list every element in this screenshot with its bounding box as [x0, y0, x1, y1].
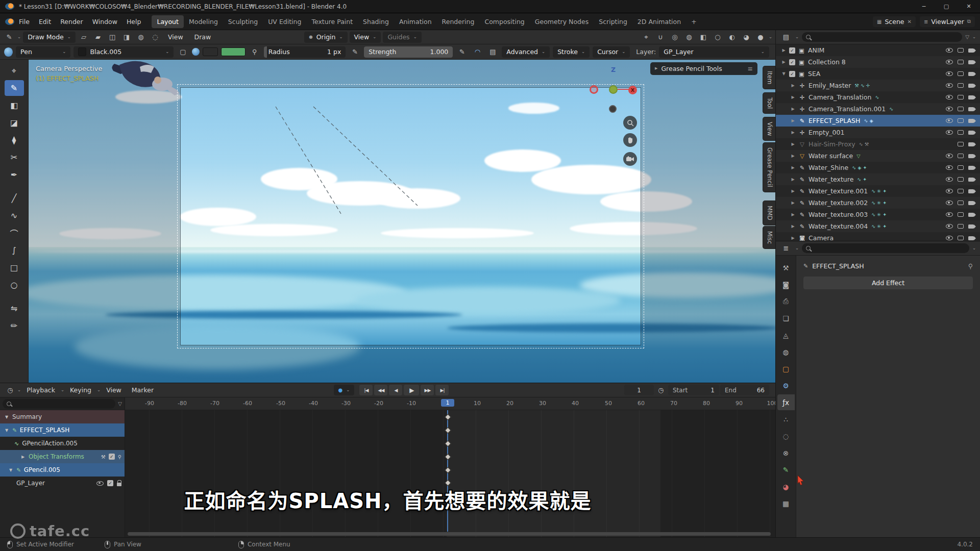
- editor-type-chevron-icon[interactable]: ⌄: [17, 35, 21, 39]
- curve-tool[interactable]: ∫: [5, 242, 24, 258]
- tab-scripting[interactable]: Scripting: [594, 15, 632, 28]
- circle-tool[interactable]: ○: [5, 277, 24, 293]
- current-frame-field[interactable]: 1: [624, 385, 654, 395]
- expand-arrow-icon[interactable]: ▼: [8, 468, 13, 472]
- layer-dropdown[interactable]: GP_Layer ⌄: [659, 46, 769, 58]
- outliner-row-object[interactable]: ▶ ▽ Water surface ▽: [776, 150, 980, 162]
- properties-search-input[interactable]: [802, 243, 969, 253]
- cutter-tool[interactable]: ✂: [5, 149, 24, 165]
- render-camera-icon[interactable]: [968, 236, 974, 240]
- panel-expand-icon[interactable]: ▶: [655, 67, 657, 70]
- camera-view-gizmo[interactable]: [623, 152, 637, 166]
- xray-icon[interactable]: ◧: [697, 32, 709, 43]
- eye-icon[interactable]: [946, 201, 953, 205]
- menu-playback[interactable]: Playback: [22, 386, 60, 394]
- screen-icon[interactable]: [958, 71, 964, 76]
- channel-gpencil-data[interactable]: ▼ ✎ GPencil.005: [0, 463, 125, 477]
- shading-rendered-icon[interactable]: ●: [754, 32, 767, 43]
- gizmo-x-handle[interactable]: X: [628, 86, 637, 94]
- render-camera-icon[interactable]: [968, 142, 974, 146]
- advanced-dropdown[interactable]: Advanced ⌄: [502, 46, 550, 58]
- channel-object[interactable]: ▼ ✎ EFFECT_SPLASH: [0, 423, 125, 437]
- fill-tool[interactable]: ◧: [5, 97, 24, 113]
- shading-material-icon[interactable]: ◕: [740, 32, 752, 43]
- render-camera-icon[interactable]: [968, 166, 974, 170]
- mode-dropdown[interactable]: Draw Mode ⌄: [23, 32, 76, 43]
- expand-arrow-icon[interactable]: ▶: [790, 118, 796, 123]
- jump-to-start-button[interactable]: |◀: [359, 385, 373, 395]
- render-camera-icon[interactable]: [968, 95, 974, 99]
- tab-rendering[interactable]: Rendering: [437, 15, 480, 28]
- pin-icon[interactable]: ⚲: [249, 46, 261, 58]
- maximize-button[interactable]: ▢: [935, 0, 958, 13]
- screen-icon[interactable]: [958, 154, 964, 158]
- menu-view-timeline[interactable]: View: [102, 386, 126, 394]
- strength-slider[interactable]: Strength 1.000: [364, 46, 453, 58]
- tab-object[interactable]: ▢: [777, 361, 795, 377]
- expand-arrow-icon[interactable]: ▶: [790, 224, 796, 229]
- expand-arrow-icon[interactable]: ▶: [790, 142, 796, 146]
- timeline-editor-icon[interactable]: ◷: [4, 385, 16, 396]
- expand-arrow-icon[interactable]: ▶: [781, 60, 787, 64]
- outliner-item-label[interactable]: Water_texture.001: [808, 187, 868, 195]
- properties-editor-icon[interactable]: ≣: [780, 243, 792, 254]
- shading-wireframe-icon[interactable]: ○: [712, 32, 724, 43]
- tab-world[interactable]: ◍: [777, 344, 795, 360]
- tab-output[interactable]: ⎙: [777, 293, 795, 309]
- start-frame-field[interactable]: Start 1: [668, 385, 719, 395]
- chevron-down-icon[interactable]: ⌄: [972, 35, 976, 39]
- render-camera-icon[interactable]: [968, 84, 974, 88]
- close-button[interactable]: ✕: [958, 0, 980, 13]
- brush-dropdown[interactable]: Pen ⌄: [16, 46, 70, 58]
- guides-dropdown[interactable]: Guides ⌄: [383, 32, 421, 43]
- eye-icon[interactable]: [946, 154, 953, 158]
- add-workspace-button[interactable]: +: [686, 15, 701, 28]
- filter-icon[interactable]: ▽: [965, 34, 969, 40]
- material-dropdown[interactable]: Black.005 ⌄: [74, 46, 174, 58]
- render-camera-icon[interactable]: [968, 119, 974, 123]
- expand-arrow-icon[interactable]: ▼: [4, 428, 9, 433]
- scene-unlink-icon[interactable]: ✕: [908, 19, 912, 24]
- render-camera-icon[interactable]: [968, 60, 974, 64]
- channel-transforms[interactable]: ▶ Object Transforms ⚒ ✓ ⚲: [0, 450, 125, 463]
- screen-icon[interactable]: [958, 189, 964, 193]
- tab-material[interactable]: ◕: [777, 479, 795, 494]
- expand-arrow-icon[interactable]: ▶: [790, 212, 796, 217]
- screen-icon[interactable]: [958, 60, 964, 64]
- collection-checkbox[interactable]: ✓: [789, 47, 795, 54]
- outliner-row-collection[interactable]: ▶ ✓ ▣ ANIM: [776, 44, 980, 56]
- outliner-item-label[interactable]: EFFECT_SPLASH: [808, 117, 860, 124]
- eye-icon[interactable]: [946, 71, 953, 76]
- blender-menu-icon[interactable]: [5, 18, 14, 25]
- box-tool[interactable]: □: [5, 260, 24, 276]
- tab-texture-paint[interactable]: Texture Paint: [306, 15, 358, 28]
- outliner-item-label[interactable]: Water surface: [808, 152, 853, 160]
- tint-tool[interactable]: ⧫: [5, 132, 24, 148]
- mask-toggle-icon[interactable]: ◌: [149, 32, 161, 43]
- eye-icon[interactable]: [946, 189, 953, 193]
- gizmo-y-handle[interactable]: [609, 85, 618, 94]
- tab-2d-animation[interactable]: 2D Animation: [632, 15, 686, 28]
- tab-physics[interactable]: ◌: [777, 428, 795, 444]
- outliner-row-object[interactable]: ▶ ✎ Water_texture.001 ∿✳✦: [776, 185, 980, 197]
- viewport-3d[interactable]: Camera Perspective (1) EFFECT_SPLASH Z X…: [29, 60, 775, 383]
- modifier-icon[interactable]: ⚒: [101, 454, 106, 460]
- stroke-dropdown[interactable]: Stroke ⌄: [553, 46, 590, 58]
- eye-icon[interactable]: [946, 212, 953, 217]
- eye-icon[interactable]: [946, 60, 953, 64]
- render-camera-icon[interactable]: [968, 189, 974, 193]
- screen-icon[interactable]: [958, 48, 964, 53]
- scene-selector[interactable]: ▦ Scene ✕: [873, 16, 916, 27]
- tab-compositing[interactable]: Compositing: [479, 15, 529, 28]
- sidebar-tab-item[interactable]: Item: [763, 66, 775, 89]
- menu-file[interactable]: File: [14, 16, 34, 28]
- tab-animation[interactable]: Animation: [394, 15, 437, 28]
- polyline-tool[interactable]: ∿: [5, 208, 24, 223]
- outliner-item-label[interactable]: SEA: [808, 70, 820, 78]
- sidebar-tab-misc[interactable]: Misc: [763, 226, 775, 249]
- shading-solid-icon[interactable]: ◐: [726, 32, 738, 43]
- breadcrumb-object-name[interactable]: EFFECT_SPLASH: [812, 262, 864, 270]
- view-snap-dropdown[interactable]: View ⌄: [350, 32, 381, 43]
- annotate-tool[interactable]: ✏: [5, 318, 24, 334]
- tab-uv-editing[interactable]: UV Editing: [263, 15, 306, 28]
